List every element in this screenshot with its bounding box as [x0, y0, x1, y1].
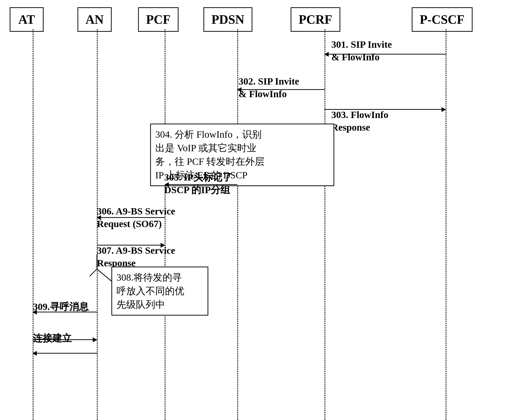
- sequence-diagram: AT AN PCF PDSN PCRF P-CSCF 301. SIP Invi…: [0, 0, 528, 420]
- msg-302-label: 302. SIP Invite & FlowInfo: [239, 75, 299, 100]
- arrow-line-connect-left: [33, 353, 97, 354]
- entity-PCSCF: P-CSCF: [412, 7, 473, 32]
- msg-309-label: 309.寻呼消息: [33, 300, 89, 313]
- svg-line-1: [97, 269, 111, 281]
- entity-PCRF: PCRF: [291, 7, 340, 32]
- vline-PCSCF: [446, 29, 446, 420]
- branch-lines: [87, 254, 136, 284]
- msg-connect-left-arrow: [33, 353, 97, 354]
- entity-PDSN: PDSN: [204, 7, 252, 32]
- svg-line-2: [90, 269, 97, 276]
- msg-301-label: 301. SIP Invite & FlowInfo: [331, 38, 392, 63]
- vline-AT: [33, 29, 33, 420]
- msg-303-label: 303. FlowInfo Response: [331, 109, 388, 134]
- entity-AN: AN: [77, 7, 112, 32]
- vline-PCRF: [324, 29, 325, 420]
- msg-306-label: 306. A9-BS Service Request (SO67): [97, 205, 175, 230]
- msg-connect-label: 连接建立: [33, 332, 72, 345]
- msg-305-label: 305. IP头标记了 DSCP 的IP分组: [164, 171, 232, 196]
- entity-AT: AT: [10, 7, 44, 32]
- entity-PCF: PCF: [138, 7, 179, 32]
